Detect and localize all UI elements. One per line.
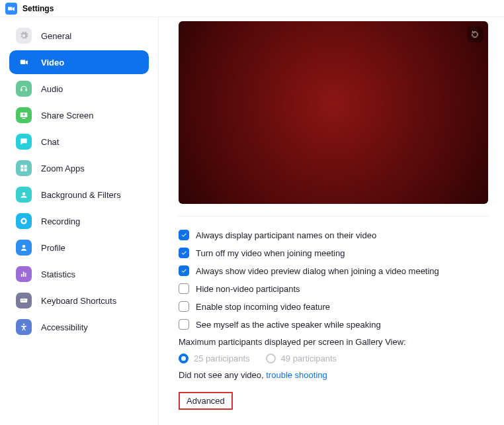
sidebar-item-chat[interactable]: Chat [9,130,149,154]
sidebar-item-label: Share Screen [41,111,94,120]
keyboard-icon [16,293,32,308]
sidebar-item-statistics[interactable]: Statistics [9,262,149,286]
background-icon [16,187,32,203]
option-label: Always show video preview dialog when jo… [196,266,439,276]
share-screen-icon [16,107,32,123]
sidebar-item-label: Video [41,58,64,68]
sidebar-item-accessibility[interactable]: Accessibility [9,315,149,339]
video-icon [16,54,32,70]
sidebar: General Video Audio Share Screen Chat [0,17,159,425]
gallery-title: Maximum participants displayed per scree… [179,337,497,347]
sidebar-item-profile[interactable]: Profile [9,236,149,260]
sidebar-item-label: Audio [41,84,63,94]
option-display-names[interactable]: Always display participant names on thei… [179,230,497,240]
option-turn-off-video[interactable]: Turn off my video when joining meeting [179,248,497,258]
svg-rect-3 [22,300,22,301]
option-label: See myself as the active speaker while s… [196,320,381,330]
checkbox-icon [179,301,189,312]
option-label: Enable stop incoming video feature [196,302,330,312]
checkbox-icon [179,230,189,240]
video-preview [179,21,488,204]
help-line: Did not see any video, trouble shooting [179,370,497,380]
advanced-label: Advanced [187,396,225,406]
checkbox-icon [179,319,189,330]
radio-icon [179,354,189,363]
gallery-radios: 25 participants 49 participants [179,354,497,363]
svg-rect-4 [23,300,24,301]
checkbox-icon [179,283,189,294]
option-label: Always display participant names on thei… [196,230,376,240]
help-text: Did not see any video, [179,370,266,380]
sidebar-item-general[interactable]: General [9,24,149,48]
radio-49[interactable]: 49 participants [266,354,337,363]
sidebar-item-label: Profile [41,243,65,253]
sidebar-item-zoom-apps[interactable]: Zoom Apps [9,156,149,180]
sidebar-item-label: General [41,31,71,41]
sidebar-item-video[interactable]: Video [9,50,149,74]
main-content: Always display participant names on thei… [159,17,504,425]
radio-25[interactable]: 25 participants [179,354,250,363]
option-label: Hide non-video participants [196,284,300,294]
chat-icon [16,134,32,150]
zoom-app-icon [5,3,17,15]
option-video-preview[interactable]: Always show video preview dialog when jo… [179,265,497,276]
advanced-button[interactable]: Advanced [179,392,233,410]
sidebar-item-share-screen[interactable]: Share Screen [9,103,149,127]
svg-rect-5 [24,300,25,301]
gear-icon [16,28,32,44]
svg-point-6 [23,324,24,325]
option-hide-nonvideo[interactable]: Hide non-video participants [179,283,497,294]
option-see-myself[interactable]: See myself as the active speaker while s… [179,319,497,330]
option-stop-incoming[interactable]: Enable stop incoming video feature [179,301,497,312]
sidebar-item-keyboard-shortcuts[interactable]: Keyboard Shortcuts [9,289,149,312]
accessibility-icon [16,319,32,335]
window-title: Settings [22,4,54,13]
sidebar-item-audio[interactable]: Audio [9,77,149,101]
radio-label: 49 participants [281,354,337,363]
rotate-button[interactable] [467,26,483,42]
statistics-icon [16,266,32,282]
sidebar-item-label: Recording [41,216,80,226]
checkbox-icon [179,248,189,258]
checkbox-icon [179,265,189,276]
radio-icon [266,354,276,363]
sidebar-item-label: Chat [41,137,59,147]
divider [179,216,488,216]
sidebar-item-background-filters[interactable]: Background & Filters [9,183,149,207]
apps-icon [16,160,32,176]
titlebar: Settings [0,0,504,17]
sidebar-item-label: Statistics [41,269,75,279]
profile-icon [16,240,32,256]
radio-label: 25 participants [194,354,250,363]
troubleshooting-link[interactable]: trouble shooting [266,370,327,380]
recording-icon [16,213,32,229]
option-label: Turn off my video when joining meeting [196,248,345,258]
sidebar-item-label: Accessibility [41,322,88,332]
sidebar-item-label: Zoom Apps [41,164,85,173]
sidebar-item-label: Background & Filters [41,190,121,200]
sidebar-item-recording[interactable]: Recording [9,209,149,233]
headphones-icon [16,81,32,97]
sidebar-item-label: Keyboard Shortcuts [41,296,116,306]
svg-point-1 [22,220,26,223]
